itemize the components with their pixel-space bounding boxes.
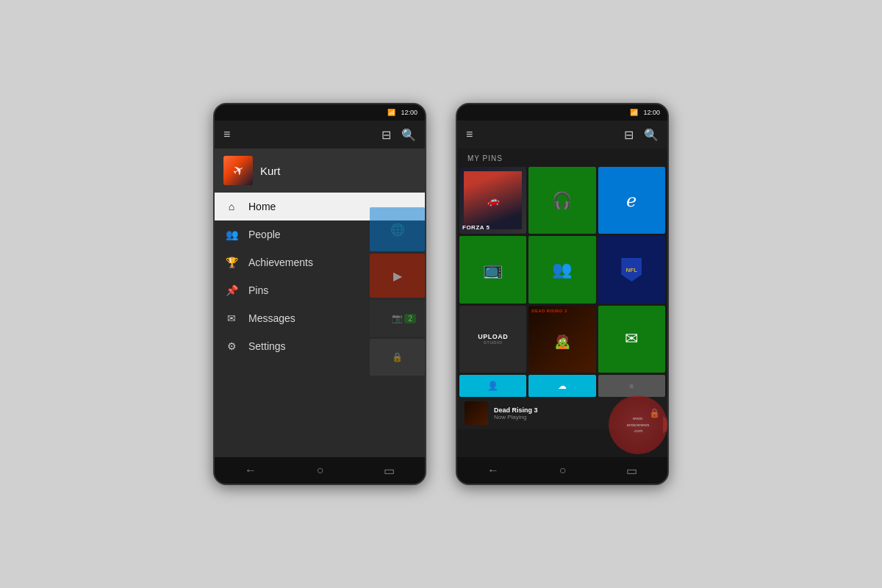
pins-icon: 📌 (225, 284, 238, 296)
partial-tile-1: 👤 (459, 375, 526, 397)
settings-label: Settings (248, 340, 286, 352)
left-phone-content: Kurt ⌂ Home 👥 People 🏆 Achievements 📌 (215, 148, 425, 457)
top-bar-right: ⊟ 🔍 (381, 128, 416, 142)
tile-mail[interactable]: ✉ (598, 306, 665, 373)
partial-tile-3: ≡ (598, 375, 665, 397)
tile-dead-rising[interactable]: DEAD RISING 3 🧟 (528, 306, 595, 373)
achievements-label: Achievements (248, 257, 313, 268)
partial-tile-2: ☁ (528, 375, 595, 397)
wifi-icon: 📶 (387, 109, 395, 116)
partial-icon-1: 👤 (487, 381, 498, 391)
tile-people[interactable]: 👥 (528, 236, 595, 303)
now-playing-info: Dead Rising 3 Now Playing (494, 406, 643, 420)
people-icon: 👥 (225, 229, 238, 240)
search-icon[interactable]: 🔍 (401, 128, 416, 142)
right-bottom-bar: ← ○ ▭ (457, 457, 667, 484)
home-button-right[interactable]: ○ (559, 464, 567, 477)
right-wifi-icon: 📶 (630, 109, 638, 116)
nfl-shield: NFL (621, 258, 642, 282)
partial-icon-2: ☁ (558, 381, 567, 391)
time-left: 12:00 (401, 109, 417, 116)
now-playing-title: Dead Rising 3 (494, 406, 643, 414)
now-playing-bar: Dead Rising 3 Now Playing 🔒 (457, 397, 667, 429)
tile-upload[interactable]: UPLOAD STUDIO (459, 306, 526, 373)
left-phone: 📶 12:00 ≡ ⊟ 🔍 Kurt ⌂ (213, 103, 426, 485)
user-name: Kurt (260, 165, 281, 177)
people-label: People (248, 229, 281, 240)
partial-icon-3: ≡ (629, 382, 634, 390)
bg-tile-1: 🌐 (370, 207, 425, 251)
right-top-bar: ≡ ⊟ 🔍 (457, 121, 667, 148)
tv-icon: 📺 (483, 260, 503, 279)
right-time: 12:00 (643, 109, 660, 116)
right-phone: 📶 12:00 ≡ ⊟ 🔍 MY PINS 🚗 (456, 103, 669, 485)
achievements-icon: 🏆 (225, 257, 238, 268)
menu-screen: Kurt ⌂ Home 👥 People 🏆 Achievements 📌 (215, 148, 425, 457)
bg-tile-4: 🔒 (370, 339, 425, 376)
headphone-icon: 🎧 (552, 191, 572, 210)
hamburger-icon[interactable]: ≡ (223, 128, 230, 141)
recents-button-right[interactable]: ▭ (626, 464, 637, 478)
cast-icon[interactable]: ⊟ (381, 128, 391, 142)
right-status-bar: 📶 12:00 (457, 104, 667, 121)
right-search-icon[interactable]: 🔍 (644, 128, 659, 142)
tile-nfl[interactable]: NFL (598, 236, 665, 303)
user-avatar (223, 156, 253, 185)
messages-label: Messages (248, 312, 295, 324)
screenshot-container: 📶 12:00 ≡ ⊟ 🔍 Kurt ⌂ (0, 0, 882, 588)
pins-label: Pins (248, 284, 268, 296)
tiles-grid: 🚗 FORZA 5 🎧 ℯ 📺 (457, 167, 667, 373)
dead-rising-label: DEAD RISING 3 (531, 309, 567, 313)
now-playing-subtitle: Now Playing (494, 414, 643, 420)
bg-tile-2: ▶ (370, 254, 425, 298)
left-status-bar: 📶 12:00 (215, 104, 425, 121)
ie-icon: ℯ (626, 190, 637, 211)
now-playing-thumb (465, 401, 488, 425)
settings-icon: ⚙ (225, 340, 238, 352)
right-status-icons: 📶 12:00 (630, 109, 660, 116)
zombie-icon: 🧟 (554, 334, 570, 350)
back-button-left[interactable]: ← (245, 464, 257, 477)
group-icon: 👥 (552, 260, 572, 279)
status-icons: 📶 12:00 (387, 109, 417, 116)
nfl-text: NFL (626, 267, 638, 273)
messages-icon: ✉ (225, 312, 238, 324)
forza-label: FORZA 5 (462, 224, 490, 231)
right-top-bar-right: ⊟ 🔍 (624, 128, 659, 142)
pins-title: MY PINS (457, 148, 667, 167)
user-header: Kurt (215, 148, 425, 193)
pins-screen: MY PINS 🚗 FORZA 5 🎧 (457, 148, 667, 457)
tile-xbox[interactable]: 📺 (459, 236, 526, 303)
tile-forza[interactable]: 🚗 FORZA 5 (459, 167, 526, 234)
mail-icon: ✉ (625, 329, 638, 348)
forza-car-art: 🚗 (464, 171, 522, 229)
bg-tile-3: 📷 (370, 300, 425, 337)
right-hamburger-icon[interactable]: ≡ (466, 128, 473, 141)
home-button-left[interactable]: ○ (317, 464, 324, 477)
left-top-bar: ≡ ⊟ 🔍 (215, 121, 425, 148)
back-button-right[interactable]: ← (487, 464, 499, 477)
tile-music[interactable]: 🎧 (528, 167, 595, 234)
upload-label: UPLOAD (478, 333, 508, 340)
upload-sub: STUDIO (484, 340, 503, 345)
lock-icon: 🔒 (649, 408, 660, 418)
bg-tiles: 🌐 ▶ 📷 🔒 (370, 207, 425, 376)
partial-tiles-row: 👤 ☁ ≡ (457, 375, 667, 397)
tile-ie[interactable]: ℯ (598, 167, 665, 234)
home-icon: ⌂ (225, 201, 238, 212)
right-phone-content: MY PINS 🚗 FORZA 5 🎧 (457, 148, 667, 457)
recents-button-left[interactable]: ▭ (384, 464, 395, 478)
home-label: Home (248, 201, 276, 212)
left-bottom-bar: ← ○ ▭ (215, 457, 425, 484)
right-cast-icon[interactable]: ⊟ (624, 128, 634, 142)
car-icon: 🚗 (486, 193, 501, 207)
